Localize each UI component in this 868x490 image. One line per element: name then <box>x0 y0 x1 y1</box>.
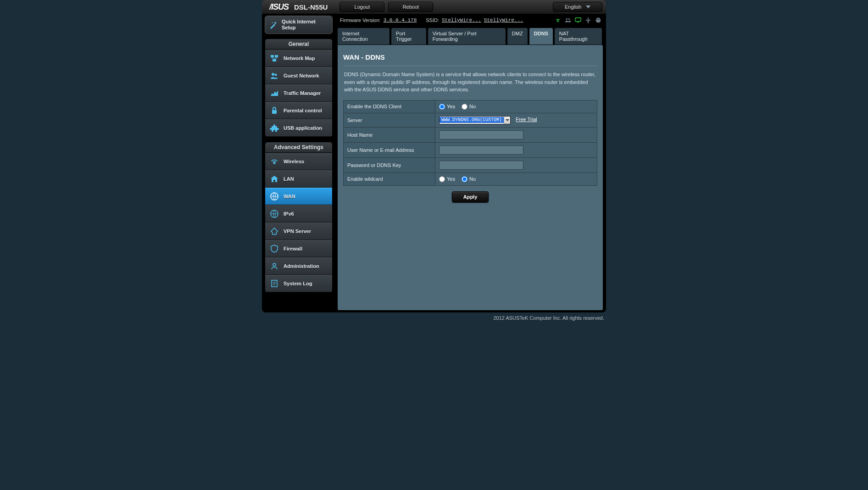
sidebar-item-network-map[interactable]: Network Map <box>265 50 332 67</box>
fw-version-link[interactable]: 3.0.0.4.178 <box>384 17 417 23</box>
no-label: No <box>469 176 476 182</box>
sidebar-item-label: Traffic Manager <box>284 90 321 96</box>
sidebar-item-label: LAN <box>284 176 294 182</box>
nav-advanced-header: Advanced Settings <box>265 142 333 153</box>
wand-icon <box>269 20 278 29</box>
sidebar-item-parental-control[interactable]: Parental control <box>265 102 332 119</box>
svg-rect-4 <box>273 59 276 61</box>
lock-icon <box>270 106 279 115</box>
row-value-username <box>435 142 597 157</box>
usb-icon <box>585 17 591 23</box>
sidebar-item-label: Wireless <box>284 159 304 164</box>
printer-icon <box>595 17 601 23</box>
panel-title: WAN - DDNS <box>343 50 597 66</box>
home-icon <box>270 174 279 184</box>
sidebar-item-lan[interactable]: LAN <box>265 170 332 188</box>
row-value-wildcard: Yes No <box>435 173 597 185</box>
language-label: English <box>565 4 581 10</box>
tab-internet-connection[interactable]: Internet Connection <box>337 28 390 45</box>
row-label-username: User Name or E-mail Address <box>344 142 435 157</box>
vpn-icon <box>270 227 279 236</box>
sidebar-item-wan[interactable]: WAN <box>265 188 332 205</box>
model-name: DSL-N55U <box>294 3 328 11</box>
topbar: /ISUS DSL-N55U Logout Reboot English <box>262 0 606 14</box>
tab-label: DMZ <box>512 31 523 36</box>
quick-setup-label: Quick Internet Setup <box>282 19 328 31</box>
fw-label: Firmware Version: <box>340 17 381 23</box>
chevron-down-icon <box>586 6 590 8</box>
sidebar-item-usb-application[interactable]: USB application <box>265 119 332 137</box>
logout-button[interactable]: Logout <box>339 2 384 12</box>
svg-point-10 <box>273 263 276 266</box>
quick-internet-setup-button[interactable]: Quick Internet Setup <box>265 16 333 34</box>
svg-rect-1 <box>577 22 579 23</box>
row-value-hostname <box>435 127 597 142</box>
nav-general-list: Network Map Guest Network Traffic Manage… <box>265 50 333 137</box>
globe-icon <box>270 192 279 201</box>
sidebar-item-vpn-server[interactable]: VPN Server <box>265 223 332 240</box>
sidebar-item-label: Administration <box>284 263 319 269</box>
main: Internet Connection Port Trigger Virtual… <box>337 27 603 311</box>
svg-point-5 <box>272 73 274 76</box>
server-select[interactable]: WWW.DYNDNS.ORG(CUSTOM) <box>439 116 511 124</box>
tab-nat-passthrough[interactable]: NAT Passthrough <box>554 28 602 45</box>
wildcard-no-radio[interactable] <box>462 176 467 182</box>
sidebar-item-ipv6[interactable]: IPv6 <box>265 205 332 223</box>
ssid1-link[interactable]: StellyWire... <box>442 17 481 23</box>
sidebar-item-label: System Log <box>284 281 312 286</box>
svg-rect-3 <box>275 55 278 57</box>
enable-ddns-no-radio[interactable] <box>462 104 467 110</box>
sidebar-item-label: Network Map <box>284 56 315 61</box>
apply-button[interactable]: Apply <box>452 191 489 202</box>
puzzle-icon <box>270 123 279 133</box>
logout-label: Logout <box>355 4 370 10</box>
wildcard-yes-radio[interactable] <box>439 176 445 182</box>
panel-description: DDNS (Dynamic Domain Name System) is a s… <box>343 66 597 100</box>
sidebar-item-label: VPN Server <box>284 228 311 234</box>
sidebar-item-label: Parental control <box>284 108 322 113</box>
tab-label: DDNS <box>534 31 548 36</box>
enable-ddns-yes-radio[interactable] <box>439 104 445 110</box>
svg-point-6 <box>275 74 277 76</box>
sidebar-item-administration[interactable]: Administration <box>265 257 332 275</box>
panel: WAN - DDNS DDNS (Dynamic Domain Name Sys… <box>337 45 603 311</box>
sidebar-item-traffic-manager[interactable]: Traffic Manager <box>265 84 332 102</box>
status-icons <box>555 17 601 23</box>
sidebar-item-label: IPv6 <box>284 211 294 217</box>
wireless-icon <box>270 157 279 166</box>
users-icon <box>565 17 571 23</box>
yes-label: Yes <box>447 104 455 109</box>
brand-text: /ISUS <box>269 2 289 12</box>
brand-logo: /ISUS <box>266 2 289 12</box>
tab-dmz[interactable]: DMZ <box>507 28 528 45</box>
tab-ddns[interactable]: DDNS <box>529 28 553 45</box>
sidebar-item-firewall[interactable]: Firewall <box>265 240 332 257</box>
row-label-password: Password or DDNS Key <box>344 157 435 173</box>
reboot-label: Reboot <box>403 4 419 10</box>
shield-icon <box>270 244 279 253</box>
sidebar-item-guest-network[interactable]: Guest Network <box>265 67 332 84</box>
row-label-server: Server <box>344 113 435 127</box>
monitor-icon <box>575 17 581 23</box>
tab-port-trigger[interactable]: Port Trigger <box>391 28 427 45</box>
sidebar-item-wireless[interactable]: Wireless <box>265 153 332 170</box>
hostname-input[interactable] <box>439 130 523 139</box>
tab-label: Internet Connection <box>342 31 368 42</box>
sidebar-item-system-log[interactable]: System Log <box>265 275 332 292</box>
tab-virtual-server[interactable]: Virtual Server / Port Forwarding <box>428 28 506 45</box>
row-value-enable-ddns: Yes No <box>435 100 597 113</box>
tab-label: NAT Passthrough <box>559 31 588 42</box>
free-trial-link[interactable]: Free Trial <box>516 117 537 122</box>
server-select-value: WWW.DYNDNS.ORG(CUSTOM) <box>440 117 504 123</box>
username-input[interactable] <box>439 145 523 155</box>
sidebar-item-label: Firewall <box>284 246 302 251</box>
log-icon <box>270 279 279 288</box>
sidebar-item-label: WAN <box>284 194 295 199</box>
row-label-wildcard: Enable wildcard <box>344 173 435 185</box>
password-input[interactable] <box>439 161 523 170</box>
reboot-button[interactable]: Reboot <box>388 2 433 12</box>
tab-label: Port Trigger <box>396 31 412 42</box>
language-dropdown[interactable]: English <box>553 2 602 12</box>
ssid2-link[interactable]: StellyWire... <box>484 17 523 23</box>
chevron-down-icon <box>504 117 510 124</box>
